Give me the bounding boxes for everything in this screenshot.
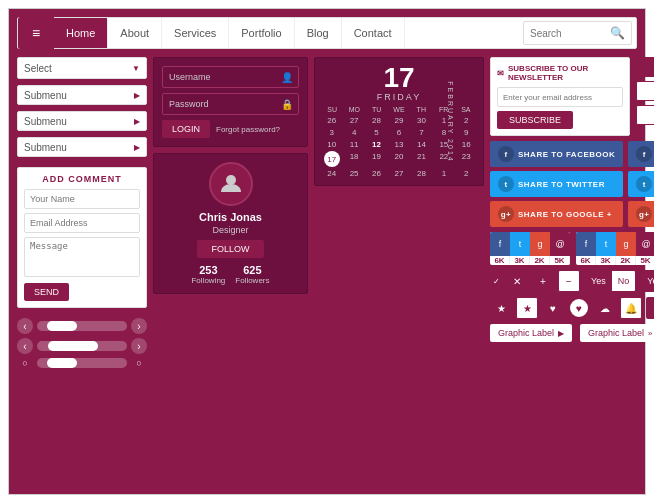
- share-facebook-1[interactable]: f SHARE TO FACEBOOK: [490, 141, 623, 167]
- cal-cell[interactable]: 21: [411, 151, 432, 167]
- submenu-1[interactable]: Submenu ▶: [17, 85, 147, 105]
- share-google-1[interactable]: g+ SHARE TO GOOGLE +: [490, 201, 623, 227]
- cal-cell[interactable]: 23: [456, 151, 477, 167]
- forgot-password-link[interactable]: Forgot password?: [216, 125, 280, 134]
- share-facebook-2[interactable]: f SHARE TO FACEBOOK: [628, 141, 654, 167]
- username-input[interactable]: [162, 66, 299, 88]
- checkbox-checked[interactable]: ✓: [490, 275, 502, 287]
- cal-cell[interactable]: 7: [411, 127, 432, 138]
- cal-cell-active[interactable]: 17: [324, 151, 340, 167]
- share-google-2[interactable]: g+ SHARE TO GOOGLE +: [628, 201, 654, 227]
- cal-cell[interactable]: 12: [366, 139, 387, 150]
- cal-cell[interactable]: 14: [411, 139, 432, 150]
- cal-cell[interactable]: 20: [388, 151, 409, 167]
- stat-fb-icon[interactable]: f: [490, 232, 510, 256]
- username-wrap: 👤: [162, 66, 299, 88]
- button-2[interactable]: Button 2: [636, 81, 654, 101]
- subscribe-email-input[interactable]: [497, 87, 623, 107]
- cal-cell[interactable]: 27: [343, 115, 364, 126]
- map-pin-btn[interactable]: 📍: [646, 297, 654, 319]
- comment-name-input[interactable]: [24, 189, 140, 209]
- button-3[interactable]: Button 3: [636, 105, 654, 125]
- yes-btn-2[interactable]: Yes: [641, 271, 654, 291]
- close-btn[interactable]: ✕: [506, 270, 528, 292]
- stat-tw-icon[interactable]: t: [510, 232, 530, 256]
- cal-cell[interactable]: 29: [388, 115, 409, 126]
- circle-icon: ○: [17, 358, 33, 368]
- stat-em-icon-2[interactable]: @: [636, 232, 654, 256]
- scroll-track-2[interactable]: [37, 341, 127, 351]
- select-dropdown[interactable]: Select ▼: [17, 57, 147, 79]
- minus-btn[interactable]: −: [558, 270, 580, 292]
- hamburger-icon[interactable]: ≡: [18, 17, 54, 49]
- cal-cell[interactable]: 18: [343, 151, 364, 167]
- share-twitter-1[interactable]: t SHARE TO TWITTER: [490, 171, 623, 197]
- scroll-left-arrow-2[interactable]: ‹: [17, 338, 33, 354]
- no-btn-1[interactable]: No: [612, 271, 636, 291]
- cal-cell[interactable]: 11: [343, 139, 364, 150]
- comment-message-input[interactable]: [24, 237, 140, 277]
- stat-gp-icon[interactable]: g: [530, 232, 550, 256]
- cloud-btn[interactable]: ☁: [594, 297, 616, 319]
- cal-cell[interactable]: 2: [456, 115, 477, 126]
- yes-btn-1[interactable]: Yes: [585, 271, 612, 291]
- buttons-group: Button 1 Button 2 Button 3: [636, 57, 654, 136]
- cal-cell[interactable]: 16: [456, 139, 477, 150]
- plus-btn[interactable]: +: [532, 270, 554, 292]
- search-input[interactable]: [530, 28, 610, 39]
- user-avatar-icon: [219, 172, 243, 196]
- login-button[interactable]: LOGIN: [162, 120, 210, 138]
- submenu-3[interactable]: Submenu ▶: [17, 137, 147, 157]
- cal-cell[interactable]: 1: [433, 168, 454, 179]
- bell-btn[interactable]: 🔔: [620, 297, 642, 319]
- nav-item-blog[interactable]: Blog: [295, 18, 342, 48]
- cal-cell[interactable]: 30: [411, 115, 432, 126]
- cal-cell[interactable]: 25: [343, 168, 364, 179]
- cal-cell[interactable]: 19: [366, 151, 387, 167]
- submenu-2[interactable]: Submenu ▶: [17, 111, 147, 131]
- stat-num-2k: 2K: [530, 256, 550, 265]
- stat-tw-icon-2[interactable]: t: [596, 232, 616, 256]
- cal-cell[interactable]: 24: [321, 168, 342, 179]
- follow-button[interactable]: FOLLOW: [197, 240, 263, 258]
- star-filled-btn[interactable]: ★: [490, 297, 512, 319]
- cal-cell[interactable]: 26: [366, 168, 387, 179]
- cal-cell[interactable]: 9: [456, 127, 477, 138]
- heart-filled-btn[interactable]: ♥: [542, 297, 564, 319]
- star-outline-btn[interactable]: ★: [516, 297, 538, 319]
- nav-item-home[interactable]: Home: [54, 18, 108, 48]
- nav-item-services[interactable]: Services: [162, 18, 229, 48]
- chevron-right-icon: ▶: [134, 117, 140, 126]
- scroll-track-1[interactable]: [37, 321, 127, 331]
- cal-cell[interactable]: 4: [343, 127, 364, 138]
- cal-cell[interactable]: 28: [366, 115, 387, 126]
- heart-outline-btn[interactable]: ♥: [568, 297, 590, 319]
- password-input[interactable]: [162, 93, 299, 115]
- cal-cell[interactable]: 2: [456, 168, 477, 179]
- cal-cell[interactable]: 26: [321, 115, 342, 126]
- cal-cell[interactable]: 6: [388, 127, 409, 138]
- subscribe-title: ✉ SUBSCRIBE TO OUR NEWSLETTER: [497, 64, 623, 82]
- comment-email-input[interactable]: [24, 213, 140, 233]
- cal-cell[interactable]: 5: [366, 127, 387, 138]
- cal-cell[interactable]: 3: [321, 127, 342, 138]
- share-twitter-2[interactable]: t SHARE TO TWITTER: [628, 171, 654, 197]
- nav-item-portfolio[interactable]: Portfolio: [229, 18, 294, 48]
- stat-gp-icon-2[interactable]: g: [616, 232, 636, 256]
- stat-em-icon[interactable]: @: [550, 232, 570, 256]
- scroll-right-arrow[interactable]: ›: [131, 318, 147, 334]
- stat-fb-icon-2[interactable]: f: [576, 232, 596, 256]
- nav-item-contact[interactable]: Contact: [342, 18, 405, 48]
- cal-cell[interactable]: 13: [388, 139, 409, 150]
- subscribe-button[interactable]: SUBSCRIBE: [497, 111, 573, 129]
- social-left: f SHARE TO FACEBOOK t SHARE TO TWITTER g…: [490, 141, 623, 227]
- cal-cell[interactable]: 28: [411, 168, 432, 179]
- button-1[interactable]: Button 1: [636, 57, 654, 77]
- scroll-right-arrow-2[interactable]: ›: [131, 338, 147, 354]
- cal-cell[interactable]: 27: [388, 168, 409, 179]
- cal-cell[interactable]: 10: [321, 139, 342, 150]
- scroll-left-arrow[interactable]: ‹: [17, 318, 33, 334]
- nav-item-about[interactable]: About: [108, 18, 162, 48]
- scroll-track-3[interactable]: [37, 358, 127, 368]
- send-button[interactable]: SEND: [24, 283, 69, 301]
